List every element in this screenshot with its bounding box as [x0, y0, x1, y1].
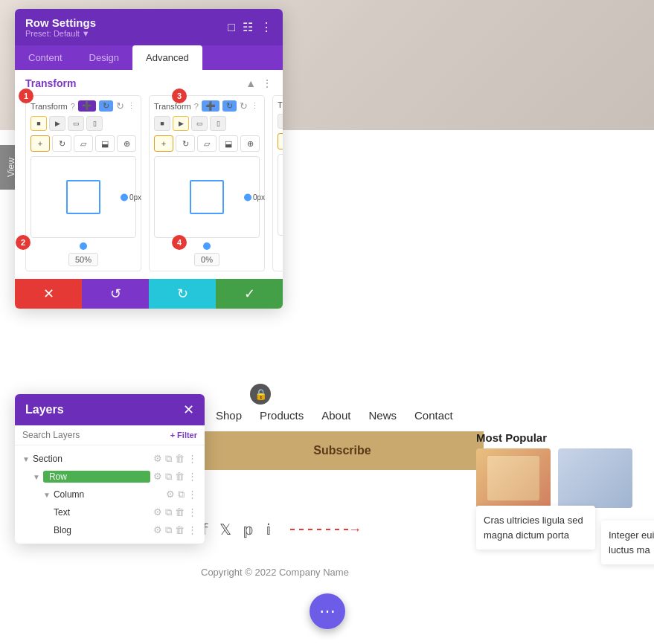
- row-icons: ⚙ ⧉ 🗑 ⋮: [153, 471, 197, 483]
- confirm-button[interactable]: ✓: [216, 279, 283, 309]
- transform-btn-rect-2[interactable]: ▭: [191, 116, 208, 131]
- blog-copy[interactable]: ⧉: [165, 524, 172, 536]
- transform-reset-1[interactable]: ↻: [116, 100, 124, 112]
- blog-gear[interactable]: ⚙: [153, 524, 162, 536]
- column-icons: ⚙ ⧉ ⋮: [166, 489, 197, 500]
- panel-title: Row Settings: [25, 16, 96, 29]
- transform-badge-2[interactable]: ➕: [202, 100, 219, 112]
- section-copy[interactable]: ⧉: [165, 453, 172, 465]
- nav-contact[interactable]: Contact: [414, 409, 453, 422]
- drag-handle[interactable]: 🔒: [250, 384, 271, 405]
- section-gear[interactable]: ⚙: [153, 453, 162, 465]
- twitter-icon[interactable]: 𝕏: [219, 521, 231, 538]
- redo-button[interactable]: ↻: [149, 279, 216, 309]
- nav-products[interactable]: Products: [260, 409, 304, 422]
- transform-action-rotate[interactable]: ↻: [52, 135, 71, 152]
- pinterest-icon[interactable]: 𝕡: [243, 521, 254, 538]
- panel-icon-grid[interactable]: ☷: [243, 20, 253, 34]
- subscribe-label: Subscribe: [313, 444, 371, 457]
- tab-advanced[interactable]: Advanced: [132, 45, 202, 70]
- transform-value-2[interactable]: 0%: [194, 253, 219, 266]
- transform-action-row-1: + ↻ ▱ ⬓ ⊕: [31, 135, 136, 152]
- transform-action-3-translate[interactable]: +: [278, 133, 283, 149]
- transform-btn-row-2: ■ ▶ ▭ ▯: [154, 116, 260, 131]
- transform-more-2[interactable]: ⋮: [251, 101, 259, 111]
- column-gear[interactable]: ⚙: [166, 489, 175, 500]
- row-expand[interactable]: ▼: [33, 473, 40, 481]
- transform-btn-mobile-2[interactable]: ▯: [210, 116, 226, 131]
- transform-more-1[interactable]: ⋮: [127, 101, 135, 111]
- row-copy[interactable]: ⧉: [165, 471, 172, 483]
- nav-shop[interactable]: Shop: [216, 409, 242, 422]
- transform-value-1[interactable]: 50%: [68, 253, 98, 266]
- transform-action-2-skew[interactable]: ▱: [197, 135, 217, 152]
- blog-trash[interactable]: 🗑: [175, 524, 185, 536]
- row-dots[interactable]: ⋮: [187, 471, 197, 483]
- transform-action-2-scale[interactable]: ⬓: [219, 135, 238, 152]
- transform-action-2-rotate[interactable]: ↻: [176, 135, 195, 152]
- panel-icon-resize[interactable]: □: [228, 21, 235, 34]
- transform-badge-2b[interactable]: ↻: [222, 100, 237, 112]
- transform-collapse-icon[interactable]: ▲: [246, 77, 256, 89]
- section-expand[interactable]: ▼: [22, 455, 30, 463]
- tab-design[interactable]: Design: [76, 45, 132, 70]
- layer-item-text: Text ⚙ ⧉ 🗑 ⋮: [15, 503, 205, 521]
- transform-col-2-header: Transform ? ➕ ↻ ↻ ⋮: [154, 100, 260, 112]
- transform-btn-pointer[interactable]: ▶: [49, 116, 65, 131]
- instagram-icon[interactable]: 𝕚: [266, 521, 271, 538]
- section-dots[interactable]: ⋮: [187, 453, 197, 465]
- column-dots[interactable]: ⋮: [187, 489, 197, 500]
- transform-btn-mobile[interactable]: ▯: [86, 116, 103, 131]
- panel-header: Row Settings Preset: Default ▼ □ ☷ ⋮: [15, 9, 283, 45]
- blog-icons: ⚙ ⧉ 🗑 ⋮: [153, 524, 197, 536]
- row-trash[interactable]: 🗑: [175, 471, 185, 483]
- layers-filter-button[interactable]: + Filter: [170, 431, 197, 439]
- transform-action-2-translate[interactable]: +: [154, 135, 173, 152]
- transform-action-2-origin[interactable]: ⊕: [240, 135, 260, 152]
- card-text-1: Cras ultricies ligula sed magna dictum p…: [476, 506, 595, 550]
- slider-label-right-2: 0px: [253, 193, 265, 202]
- column-expand[interactable]: ▼: [43, 491, 51, 499]
- cancel-button[interactable]: ✕: [15, 279, 82, 309]
- text-dots[interactable]: ⋮: [187, 506, 197, 518]
- panel-icon-more[interactable]: ⋮: [260, 20, 272, 34]
- panel-content: Transform ▲ ⋮ 1 Transform ? ➕ ↻: [15, 70, 283, 309]
- blog-dots[interactable]: ⋮: [187, 524, 197, 536]
- text-copy[interactable]: ⧉: [165, 506, 172, 518]
- fab-button[interactable]: ⋯: [310, 593, 345, 629]
- layers-search-input[interactable]: [22, 430, 164, 440]
- transform-badge-translate[interactable]: ➕: [78, 100, 96, 112]
- transform-more-icon[interactable]: ⋮: [262, 77, 272, 89]
- transform-col-1: 1 Transform ? ➕ ↻ ↻ ⋮ ■ ▶ ▭ ▯: [25, 95, 141, 271]
- nav-news[interactable]: News: [368, 409, 397, 422]
- layers-panel: Layers ✕ + Filter ▼ Section ⚙ ⧉ 🗑 ⋮ ▼ Ro…: [15, 394, 205, 544]
- badge-2: 2: [16, 235, 31, 250]
- section-trash[interactable]: 🗑: [175, 453, 185, 465]
- transform-btn-desktop[interactable]: ■: [31, 116, 47, 131]
- transform-btn-rect[interactable]: ▭: [68, 116, 84, 131]
- layers-close-button[interactable]: ✕: [183, 402, 194, 418]
- tab-content[interactable]: Content: [15, 45, 76, 70]
- transform-reset-2[interactable]: ↻: [240, 100, 248, 112]
- transform-badge-rotate[interactable]: ↻: [99, 100, 113, 112]
- transform-action-scale[interactable]: ⬓: [95, 135, 115, 152]
- layers-search-row: + Filter: [15, 425, 205, 445]
- subscribe-bar[interactable]: Subscribe: [201, 431, 484, 470]
- transform-btn-desktop-2[interactable]: ■: [154, 116, 170, 131]
- undo-button[interactable]: ↺: [82, 279, 149, 309]
- copyright: Copyright © 2022 Company Name: [201, 567, 349, 578]
- text-trash[interactable]: 🗑: [175, 506, 185, 518]
- column-copy[interactable]: ⧉: [178, 489, 185, 500]
- transform-help-2[interactable]: ?: [194, 102, 199, 111]
- transform-help-1[interactable]: ?: [71, 102, 75, 111]
- transform-btn-pointer-2[interactable]: ▶: [173, 116, 189, 131]
- column-label: Column: [54, 489, 163, 500]
- transform-action-translate[interactable]: +: [31, 135, 50, 152]
- badge-1: 1: [19, 88, 33, 103]
- transform-action-origin[interactable]: ⊕: [117, 135, 136, 152]
- nav-about[interactable]: About: [321, 409, 350, 422]
- transform-btn-desktop-3[interactable]: ■: [278, 114, 283, 129]
- row-gear[interactable]: ⚙: [153, 471, 162, 483]
- transform-action-skew[interactable]: ▱: [74, 135, 93, 152]
- text-gear[interactable]: ⚙: [153, 506, 162, 518]
